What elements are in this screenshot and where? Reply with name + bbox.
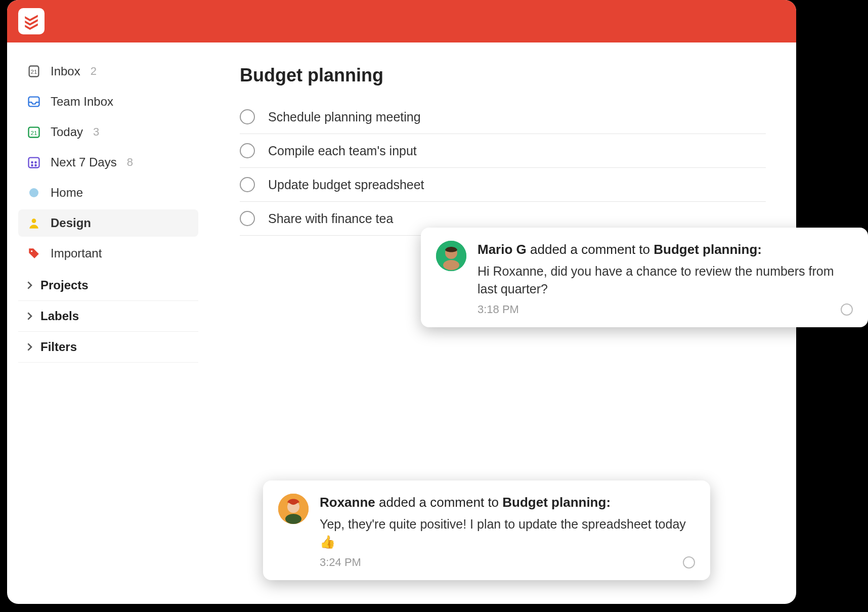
sidebar-item-inbox[interactable]: 21 Inbox 2 — [18, 58, 198, 85]
sidebar-section-filters[interactable]: Filters — [18, 332, 198, 363]
sidebar-item-home[interactable]: Home — [18, 179, 198, 206]
svg-point-6 — [31, 162, 32, 163]
today-icon: 21 — [26, 124, 41, 140]
task-row[interactable]: Compile each team's input — [240, 134, 766, 168]
sidebar-item-count: 2 — [91, 65, 97, 78]
sidebar-section-label: Labels — [40, 309, 79, 323]
mark-read-icon[interactable] — [683, 556, 695, 569]
task-label: Update budget spreadsheet — [268, 178, 424, 192]
sidebar-section-labels[interactable]: Labels — [18, 301, 198, 332]
notification-body: Mario G added a comment to Budget planni… — [478, 241, 853, 316]
sidebar-item-count: 8 — [127, 156, 133, 169]
sidebar-item-label: Next 7 Days — [51, 155, 117, 169]
app-logo-icon[interactable] — [18, 8, 45, 34]
svg-point-17 — [285, 514, 301, 524]
svg-point-8 — [31, 165, 32, 166]
task-checkbox[interactable] — [240, 143, 255, 158]
task-row[interactable]: Schedule planning meeting — [240, 100, 766, 134]
task-row[interactable]: Update budget spreadsheet — [240, 168, 766, 202]
next7days-icon — [26, 155, 41, 170]
svg-point-7 — [35, 162, 36, 163]
sidebar-item-design[interactable]: Design — [18, 209, 198, 237]
task-label: Schedule planning meeting — [268, 110, 421, 124]
sidebar-section-label: Filters — [40, 340, 77, 354]
sidebar-section-label: Projects — [40, 278, 89, 292]
sidebar-section-projects[interactable]: Projects — [18, 270, 198, 301]
svg-point-10 — [32, 218, 36, 223]
sidebar-item-team-inbox[interactable]: Team Inbox — [18, 88, 198, 115]
notification-body: Roxanne added a comment to Budget planni… — [320, 494, 695, 569]
notification-message: Hi Roxanne, did you have a chance to rev… — [478, 263, 853, 298]
sidebar-item-label: Home — [51, 186, 83, 200]
tag-icon — [26, 246, 41, 261]
task-checkbox[interactable] — [240, 109, 255, 124]
sidebar-item-label: Today — [51, 125, 83, 139]
sidebar-item-label: Design — [51, 216, 91, 230]
notification-card[interactable]: Mario G added a comment to Budget planni… — [421, 228, 868, 327]
mark-read-icon[interactable] — [841, 303, 853, 316]
task-checkbox[interactable] — [240, 211, 255, 226]
sidebar: 21 Inbox 2 Team Inbox 21 Today 3 — [7, 42, 209, 604]
svg-text:21: 21 — [31, 129, 37, 136]
svg-rect-5 — [29, 158, 39, 168]
sidebar-item-today[interactable]: 21 Today 3 — [18, 118, 198, 146]
task-label: Compile each team's input — [268, 144, 417, 158]
sidebar-item-label: Team Inbox — [51, 95, 113, 109]
chevron-right-icon — [25, 312, 33, 320]
svg-point-9 — [35, 165, 36, 166]
svg-point-11 — [31, 250, 32, 252]
sidebar-item-label: Important — [51, 246, 102, 260]
chevron-right-icon — [25, 281, 33, 289]
notification-card[interactable]: Roxanne added a comment to Budget planni… — [263, 480, 710, 580]
page-title: Budget planning — [240, 65, 766, 86]
avatar — [436, 241, 466, 271]
notification-message: Yep, they're quite positive! I plan to u… — [320, 515, 695, 551]
header-bar — [7, 0, 796, 42]
sidebar-item-label: Inbox — [51, 64, 80, 78]
project-color-icon — [26, 185, 41, 200]
sidebar-item-next-7-days[interactable]: Next 7 Days 8 — [18, 149, 198, 176]
person-icon — [26, 215, 41, 231]
chevron-right-icon — [25, 343, 33, 351]
notification-time: 3:18 PM — [478, 303, 519, 316]
notification-time: 3:24 PM — [320, 556, 361, 569]
notification-title: Roxanne added a comment to Budget planni… — [320, 494, 695, 511]
sidebar-item-count: 3 — [93, 125, 99, 139]
inbox-icon: 21 — [26, 64, 41, 79]
notification-title: Mario G added a comment to Budget planni… — [478, 241, 853, 258]
task-checkbox[interactable] — [240, 177, 255, 192]
svg-point-14 — [443, 260, 459, 270]
task-label: Share with finance tea — [268, 211, 393, 226]
svg-text:21: 21 — [31, 68, 37, 75]
sidebar-item-important[interactable]: Important — [18, 240, 198, 267]
avatar — [278, 494, 309, 524]
team-inbox-icon — [26, 94, 41, 109]
